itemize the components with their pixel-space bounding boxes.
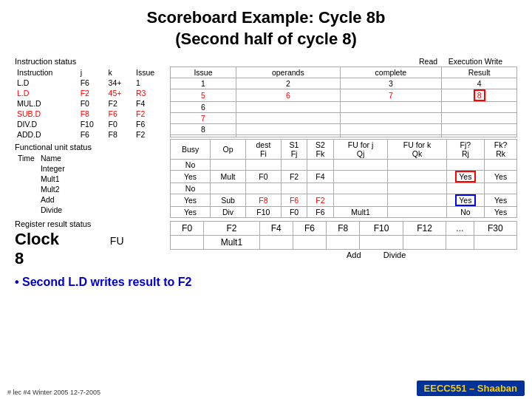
footer-main: EECC551 – Shaaban	[417, 381, 525, 396]
register-result-table: F0 F2 F4 F6 F8 F10 F12 ... F30 Mult1	[170, 221, 517, 250]
table-row: No	[171, 183, 517, 194]
right-panel: Read Execution Write Issue operands comp…	[170, 57, 517, 268]
table-row: 7	[171, 113, 517, 124]
table-row: Add	[15, 194, 68, 205]
functional-unit-label: Functional unit status	[15, 143, 170, 151]
table-row: 8	[171, 124, 517, 135]
table-header-row: Issue operands complete Result	[171, 67, 517, 78]
table-row: Yes Sub F8 F6 F2 Yes Yes	[171, 194, 517, 207]
write-highlight-box: 8	[474, 89, 485, 101]
table-row: L.D F2 45+ R3	[15, 88, 170, 98]
bullet-text: • Second L.D writes result to F2	[15, 276, 517, 289]
table-row: Mult2	[15, 184, 68, 194]
rj-highlight-box: Yes	[455, 171, 476, 183]
table-row: Yes Mult F0 F2 F4 Yes Yes	[171, 171, 517, 183]
title-line1: Scoreboard Example: Cycle 8b	[147, 8, 386, 27]
page-title: Scoreboard Example: Cycle 8b (Second hal…	[15, 7, 517, 50]
col-header-j: j	[78, 67, 106, 78]
fu-right-table: Busy Op destFi S1Fj S2Fk FU for jQj FU f…	[170, 139, 517, 218]
main-container: Scoreboard Example: Cycle 8b (Second hal…	[0, 0, 532, 399]
table-row: Divide	[15, 205, 68, 215]
fu-label: FU	[110, 235, 124, 247]
col-header-issue: Issue	[134, 67, 170, 78]
table-header-row: Time Name	[15, 153, 68, 163]
table-row: SUB.D F8 F6 F2	[15, 109, 170, 119]
fu-left-table: Time Name Integer Mult1 Mult2 Add	[15, 153, 68, 215]
table-row: 5 6 7 8	[171, 89, 517, 102]
content-area: Instruction status Instruction j k Issue…	[15, 57, 517, 268]
table-row: Add Divide	[170, 250, 517, 260]
table-row: Integer	[15, 163, 68, 174]
footer-sub: # lec #4 Winter 2005 12-7-2005	[7, 389, 100, 396]
table-row: ADD.D F6 F8 F2	[15, 129, 170, 140]
register-result-label: Register result status	[15, 219, 170, 228]
table-header-row: F0 F2 F4 F6 F8 F10 F12 ... F30	[171, 222, 517, 236]
scoreboard-right-top: Issue operands complete Result 1 2 3 4 5…	[170, 66, 517, 137]
table-row: No	[171, 160, 517, 171]
table-header-row: Instruction j k Issue	[15, 67, 170, 78]
table-header-row: Busy Op destFi S1Fj S2Fk FU for jQj FU f…	[171, 140, 517, 160]
table-row: DIV.D F10 F0 F6	[15, 119, 170, 129]
table-row: 6	[171, 102, 517, 113]
col-header-instruction: Instruction	[15, 67, 78, 78]
table-row: Mult1	[15, 174, 68, 184]
title-line2: (Second half of cycle 8)	[175, 30, 357, 48]
table-row: Yes Div F10 F0 F6 Mult1 No Yes	[171, 207, 517, 218]
table-row	[171, 135, 517, 137]
clock-value: 8	[15, 249, 170, 268]
instruction-status-label: Instruction status	[15, 57, 170, 66]
instruction-status-table: Instruction j k Issue L.D F6 34+ 1 L.D F…	[15, 67, 170, 140]
clock-row: Clock FU	[15, 230, 170, 249]
register-fu-row: Add Divide	[170, 250, 517, 260]
clock-label: Clock	[15, 230, 59, 249]
col-header-k: k	[106, 67, 134, 78]
read-exec-write-header: Read Execution Write	[170, 57, 517, 66]
table-row: L.D F6 34+ 1	[15, 78, 170, 88]
rj-highlight-box2: Yes	[455, 194, 476, 206]
table-row: Mult1	[171, 236, 517, 250]
left-panel: Instruction status Instruction j k Issue…	[15, 57, 170, 268]
table-row: 1 2 3 4	[171, 78, 517, 89]
table-row: MUL.D F0 F2 F4	[15, 98, 170, 109]
